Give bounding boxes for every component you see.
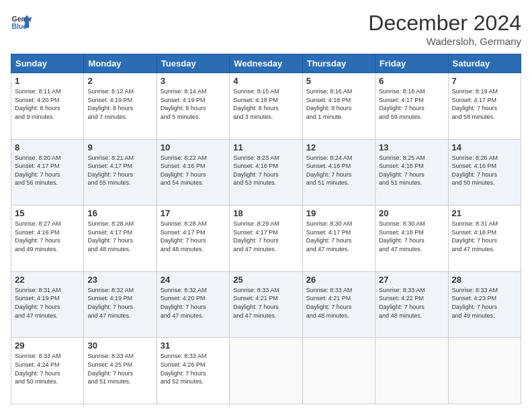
day-number: 13 bbox=[379, 142, 444, 152]
day-number: 15 bbox=[15, 208, 80, 218]
cell-content: Sunrise: 8:31 AMSunset: 4:18 PMDaylight:… bbox=[452, 220, 517, 253]
cell-content: Sunrise: 8:18 AMSunset: 4:17 PMDaylight:… bbox=[379, 87, 444, 121]
cell-content: Sunrise: 8:16 AMSunset: 4:18 PMDaylight:… bbox=[306, 87, 371, 121]
day-number: 6 bbox=[379, 76, 444, 86]
cell-content: Sunrise: 8:11 AMSunset: 4:20 PMDaylight:… bbox=[15, 87, 80, 121]
day-number: 31 bbox=[161, 340, 226, 351]
cell-content: Sunrise: 8:33 AMSunset: 4:24 PMDaylight:… bbox=[15, 352, 80, 385]
calendar-cell: 13Sunrise: 8:25 AMSunset: 4:16 PMDayligh… bbox=[375, 139, 448, 205]
cell-content: Sunrise: 8:15 AMSunset: 4:18 PMDaylight:… bbox=[233, 87, 298, 121]
calendar-cell: 9Sunrise: 8:21 AMSunset: 4:17 PMDaylight… bbox=[84, 139, 157, 205]
col-header-friday: Friday bbox=[375, 54, 448, 73]
calendar-cell bbox=[230, 338, 302, 404]
calendar-cell: 28Sunrise: 8:33 AMSunset: 4:23 PMDayligh… bbox=[448, 271, 521, 338]
cell-content: Sunrise: 8:33 AMSunset: 4:23 PMDaylight:… bbox=[452, 286, 517, 320]
day-number: 25 bbox=[233, 275, 298, 285]
cell-content: Sunrise: 8:24 AMSunset: 4:16 PMDaylight:… bbox=[306, 154, 371, 187]
col-header-thursday: Thursday bbox=[302, 54, 375, 73]
cell-content: Sunrise: 8:23 AMSunset: 4:16 PMDaylight:… bbox=[233, 154, 298, 187]
cell-content: Sunrise: 8:33 AMSunset: 4:25 PMDaylight:… bbox=[87, 352, 152, 385]
day-number: 4 bbox=[233, 76, 298, 86]
calendar-cell: 22Sunrise: 8:31 AMSunset: 4:19 PMDayligh… bbox=[11, 271, 84, 338]
calendar-week-1: 1Sunrise: 8:11 AMSunset: 4:20 PMDaylight… bbox=[11, 73, 521, 140]
cell-content: Sunrise: 8:26 AMSunset: 4:16 PMDaylight:… bbox=[452, 154, 517, 187]
calendar-cell: 30Sunrise: 8:33 AMSunset: 4:25 PMDayligh… bbox=[84, 338, 157, 404]
cell-content: Sunrise: 8:32 AMSunset: 4:20 PMDaylight:… bbox=[161, 286, 226, 320]
cell-content: Sunrise: 8:33 AMSunset: 4:26 PMDaylight:… bbox=[161, 352, 226, 385]
day-number: 1 bbox=[15, 76, 80, 86]
day-number: 30 bbox=[87, 340, 152, 351]
cell-content: Sunrise: 8:33 AMSunset: 4:22 PMDaylight:… bbox=[379, 286, 444, 320]
logo-icon: General Blue bbox=[11, 11, 32, 32]
calendar-cell: 14Sunrise: 8:26 AMSunset: 4:16 PMDayligh… bbox=[448, 139, 521, 205]
cell-content: Sunrise: 8:28 AMSunset: 4:17 PMDaylight:… bbox=[87, 220, 152, 253]
day-number: 12 bbox=[306, 142, 371, 152]
day-number: 9 bbox=[87, 142, 152, 152]
calendar-cell: 3Sunrise: 8:14 AMSunset: 4:19 PMDaylight… bbox=[157, 73, 229, 140]
calendar-cell: 21Sunrise: 8:31 AMSunset: 4:18 PMDayligh… bbox=[448, 205, 521, 272]
calendar-cell: 4Sunrise: 8:15 AMSunset: 4:18 PMDaylight… bbox=[230, 73, 302, 140]
subtitle: Wadersloh, Germany bbox=[368, 36, 521, 47]
calendar-cell: 1Sunrise: 8:11 AMSunset: 4:20 PMDaylight… bbox=[11, 73, 84, 140]
calendar-cell: 16Sunrise: 8:28 AMSunset: 4:17 PMDayligh… bbox=[84, 205, 157, 272]
calendar-cell: 6Sunrise: 8:18 AMSunset: 4:17 PMDaylight… bbox=[375, 73, 448, 140]
cell-content: Sunrise: 8:31 AMSunset: 4:19 PMDaylight:… bbox=[15, 286, 80, 320]
calendar-cell: 20Sunrise: 8:30 AMSunset: 4:18 PMDayligh… bbox=[375, 205, 448, 272]
calendar-cell: 17Sunrise: 8:28 AMSunset: 4:17 PMDayligh… bbox=[157, 205, 229, 272]
calendar-cell: 26Sunrise: 8:33 AMSunset: 4:21 PMDayligh… bbox=[302, 271, 375, 338]
calendar-cell: 8Sunrise: 8:20 AMSunset: 4:17 PMDaylight… bbox=[11, 139, 84, 205]
cell-content: Sunrise: 8:30 AMSunset: 4:17 PMDaylight:… bbox=[306, 220, 371, 253]
cell-content: Sunrise: 8:22 AMSunset: 4:16 PMDaylight:… bbox=[161, 154, 226, 187]
title-block: December 2024 Wadersloh, Germany bbox=[368, 11, 521, 47]
day-number: 22 bbox=[15, 275, 80, 285]
cell-content: Sunrise: 8:20 AMSunset: 4:17 PMDaylight:… bbox=[15, 154, 80, 187]
col-header-sunday: Sunday bbox=[11, 54, 84, 73]
day-number: 11 bbox=[233, 142, 298, 152]
calendar-week-3: 15Sunrise: 8:27 AMSunset: 4:16 PMDayligh… bbox=[11, 205, 521, 272]
calendar-cell: 27Sunrise: 8:33 AMSunset: 4:22 PMDayligh… bbox=[375, 271, 448, 338]
cell-content: Sunrise: 8:30 AMSunset: 4:18 PMDaylight:… bbox=[379, 220, 444, 253]
col-header-monday: Monday bbox=[84, 54, 157, 73]
cell-content: Sunrise: 8:12 AMSunset: 4:19 PMDaylight:… bbox=[87, 87, 152, 121]
calendar-cell bbox=[448, 338, 521, 404]
day-number: 28 bbox=[452, 275, 517, 285]
calendar-week-5: 29Sunrise: 8:33 AMSunset: 4:24 PMDayligh… bbox=[11, 338, 521, 404]
day-number: 29 bbox=[15, 340, 80, 351]
calendar-cell: 19Sunrise: 8:30 AMSunset: 4:17 PMDayligh… bbox=[302, 205, 375, 272]
calendar-cell: 24Sunrise: 8:32 AMSunset: 4:20 PMDayligh… bbox=[157, 271, 229, 338]
calendar-cell: 12Sunrise: 8:24 AMSunset: 4:16 PMDayligh… bbox=[302, 139, 375, 205]
day-number: 23 bbox=[87, 275, 152, 285]
calendar-cell: 25Sunrise: 8:33 AMSunset: 4:21 PMDayligh… bbox=[230, 271, 302, 338]
col-header-wednesday: Wednesday bbox=[230, 54, 302, 73]
calendar-cell: 5Sunrise: 8:16 AMSunset: 4:18 PMDaylight… bbox=[302, 73, 375, 140]
calendar-cell: 18Sunrise: 8:29 AMSunset: 4:17 PMDayligh… bbox=[230, 205, 302, 272]
main-title: December 2024 bbox=[368, 11, 521, 36]
cell-content: Sunrise: 8:21 AMSunset: 4:17 PMDaylight:… bbox=[87, 154, 152, 187]
cell-content: Sunrise: 8:33 AMSunset: 4:21 PMDaylight:… bbox=[306, 286, 371, 320]
calendar-week-2: 8Sunrise: 8:20 AMSunset: 4:17 PMDaylight… bbox=[11, 139, 521, 205]
cell-content: Sunrise: 8:19 AMSunset: 4:17 PMDaylight:… bbox=[452, 87, 517, 121]
calendar-cell bbox=[375, 338, 448, 404]
day-number: 21 bbox=[452, 208, 517, 218]
day-number: 8 bbox=[15, 142, 80, 152]
day-number: 26 bbox=[306, 275, 371, 285]
calendar-cell bbox=[302, 338, 375, 404]
calendar-header-row: SundayMondayTuesdayWednesdayThursdayFrid… bbox=[11, 54, 521, 73]
calendar-cell: 23Sunrise: 8:32 AMSunset: 4:19 PMDayligh… bbox=[84, 271, 157, 338]
calendar-cell: 15Sunrise: 8:27 AMSunset: 4:16 PMDayligh… bbox=[11, 205, 84, 272]
day-number: 17 bbox=[161, 208, 226, 218]
calendar-week-4: 22Sunrise: 8:31 AMSunset: 4:19 PMDayligh… bbox=[11, 271, 521, 338]
cell-content: Sunrise: 8:25 AMSunset: 4:16 PMDaylight:… bbox=[379, 154, 444, 187]
calendar-table: SundayMondayTuesdayWednesdayThursdayFrid… bbox=[11, 54, 521, 404]
calendar-cell: 31Sunrise: 8:33 AMSunset: 4:26 PMDayligh… bbox=[157, 338, 229, 404]
day-number: 27 bbox=[379, 275, 444, 285]
cell-content: Sunrise: 8:27 AMSunset: 4:16 PMDaylight:… bbox=[15, 220, 80, 253]
calendar-cell: 29Sunrise: 8:33 AMSunset: 4:24 PMDayligh… bbox=[11, 338, 84, 404]
logo: General Blue bbox=[11, 11, 32, 32]
calendar-cell: 11Sunrise: 8:23 AMSunset: 4:16 PMDayligh… bbox=[230, 139, 302, 205]
calendar-cell: 2Sunrise: 8:12 AMSunset: 4:19 PMDaylight… bbox=[84, 73, 157, 140]
cell-content: Sunrise: 8:28 AMSunset: 4:17 PMDaylight:… bbox=[161, 220, 226, 253]
cell-content: Sunrise: 8:32 AMSunset: 4:19 PMDaylight:… bbox=[87, 286, 152, 320]
header: General Blue December 2024 Wadersloh, Ge… bbox=[11, 11, 521, 47]
day-number: 24 bbox=[161, 275, 226, 285]
